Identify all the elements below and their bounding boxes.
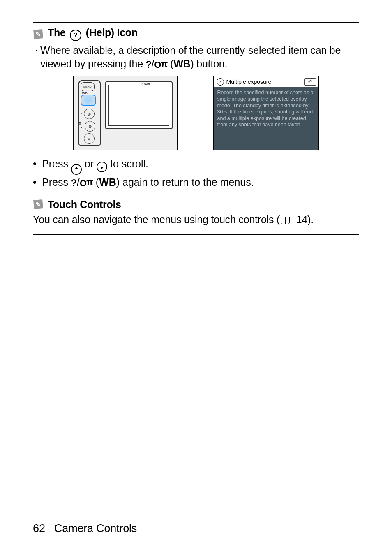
- p2a: You can also navigate the menus using to…: [33, 214, 280, 225]
- camera-diagram: MENU WB ⊕ ⊖ ≡ Nikon: [73, 76, 178, 150]
- help-q-icon: ?: [217, 78, 224, 86]
- chapter-label: Camera Controls: [54, 522, 137, 535]
- sub-bullets: • Press or to scroll. • Press ?/Oπ (WB) …: [33, 157, 359, 190]
- question-key-icon: ?: [146, 59, 152, 70]
- rule-bottom: [33, 234, 359, 235]
- help-circle-icon: ?: [70, 30, 81, 41]
- b2c: ) again to return to the menus.: [116, 176, 254, 188]
- camera-brand-label: Nikon: [141, 82, 150, 86]
- page-footer: 62 Camera Controls: [33, 522, 137, 535]
- book-icon: [281, 217, 290, 224]
- help-screen: ? Multiple exposure ↶ Record the specifi…: [213, 76, 319, 150]
- protect-key-icon: Oπ: [80, 177, 93, 190]
- camera-screen-inner: [108, 85, 169, 126]
- note-badge-icon: ✎: [33, 199, 43, 209]
- note-badge-icon: ✎: [33, 29, 43, 39]
- help-screen-header: ? Multiple exposure ↶: [214, 76, 318, 87]
- camera-zoom-out-button: ⊖: [85, 121, 95, 132]
- camera-zoom-in-button: ⊕: [84, 109, 95, 119]
- para1-c: ) button.: [190, 58, 227, 69]
- bullet-return: • Press ?/Oπ (WB) again to return to the…: [33, 176, 359, 190]
- dpad-down-icon: [97, 162, 107, 172]
- figure-row: MENU WB ⊕ ⊖ ≡ Nikon ? Multiple exposure …: [33, 76, 359, 150]
- section-heading-help-icon: ✎ The ? (Help) Icon: [34, 27, 359, 41]
- bullet-icon: •: [33, 157, 42, 171]
- camera-help-button-highlight: [81, 95, 96, 106]
- protect-key-icon: Oπ: [154, 59, 167, 71]
- dpad-up-icon: [71, 164, 82, 175]
- bullet-icon: ･: [33, 44, 40, 58]
- question-key-icon: ?: [71, 178, 77, 188]
- bullet-icon: •: [33, 176, 42, 190]
- heading-text-post: (Help) Icon: [86, 27, 138, 38]
- wb-label: WB: [173, 58, 190, 69]
- section-heading-touch: ✎ Touch Controls: [34, 199, 359, 211]
- b1c: to scroll.: [110, 158, 148, 169]
- b2b: (: [96, 176, 99, 188]
- paragraph-touch: You can also navigate the menus using to…: [33, 213, 359, 227]
- bullet-scroll: • Press or to scroll.: [33, 157, 359, 175]
- page-ref: 14: [296, 214, 307, 225]
- help-body-text: Record the specified number of shots as …: [214, 87, 318, 131]
- camera-menu-button: MENU: [81, 82, 95, 91]
- paragraph-help-description: ･ Where available, a description of the …: [33, 44, 359, 71]
- para1-b: (: [170, 58, 173, 69]
- rule-top: [33, 22, 359, 23]
- camera-screen: [105, 81, 173, 129]
- b1a: Press: [42, 158, 71, 169]
- back-icon: ↶: [304, 78, 316, 86]
- p2b: ).: [307, 214, 314, 225]
- heading-text-pre: The: [48, 27, 68, 38]
- b1b: or: [85, 158, 97, 169]
- help-title: Multiple exposure: [226, 79, 272, 85]
- page-number: 62: [33, 522, 45, 535]
- b2a: Press: [42, 176, 71, 188]
- wb-label-2: WB: [99, 176, 116, 188]
- heading-touch-text: Touch Controls: [48, 199, 121, 211]
- camera-disp-button: ≡: [84, 133, 95, 144]
